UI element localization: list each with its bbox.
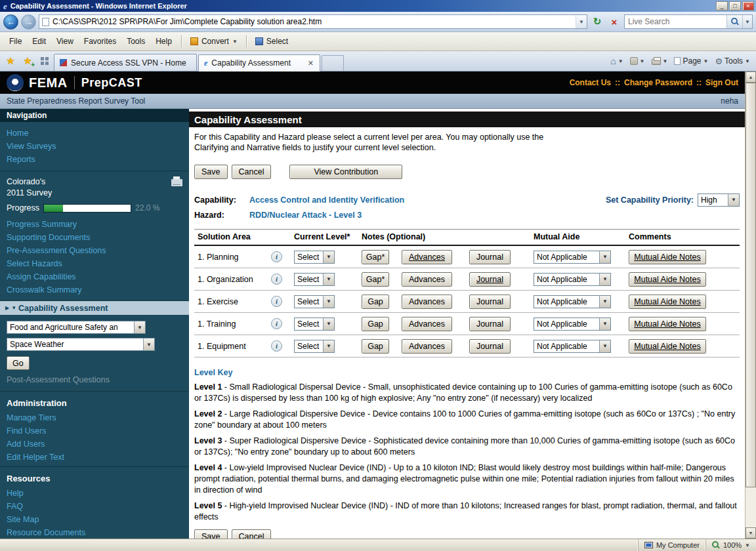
feeds-icon[interactable]: ▼ xyxy=(628,56,647,66)
advances-button[interactable]: Advances xyxy=(402,317,452,331)
mutual-aide-notes-button[interactable]: Mutual Aide Notes xyxy=(629,317,706,331)
go-button[interactable]: Go xyxy=(7,356,30,370)
cancel-button[interactable]: Cancel xyxy=(232,165,272,179)
sign-out-link[interactable]: Sign Out xyxy=(705,78,738,87)
sidebar-item-edit-helper-text[interactable]: Edit Helper Text xyxy=(7,451,182,464)
mutual-aide-notes-button[interactable]: Mutual Aide Notes xyxy=(629,272,706,287)
mutual-aide-notes-button[interactable]: Mutual Aide Notes xyxy=(629,250,706,264)
sidebar-item-add-users[interactable]: Add Users xyxy=(7,438,182,451)
journal-button[interactable]: Journal xyxy=(469,272,511,287)
mutual-aide-notes-button[interactable]: Mutual Aide Notes xyxy=(629,339,706,354)
advances-button[interactable]: Advances xyxy=(402,295,452,309)
sidebar-item-supporting-documents[interactable]: Supporting Documents xyxy=(7,231,182,244)
search-input[interactable] xyxy=(625,17,726,26)
current-level-select[interactable]: Select▼ xyxy=(294,251,335,264)
scrollbar-thumb[interactable] xyxy=(746,83,756,487)
sidebar-item-home[interactable]: Home xyxy=(7,127,182,140)
back-button[interactable]: ← xyxy=(3,14,18,30)
sidebar-item-resource-documents[interactable]: Resource Documents xyxy=(7,526,182,539)
scroll-down-icon[interactable]: ▼ xyxy=(746,527,756,539)
tab-ssl-vpn[interactable]: Secure Access SSL VPN - Home xyxy=(54,54,197,71)
gap-button[interactable]: Gap xyxy=(362,317,389,331)
hazard-select[interactable]: Space Weather ▼ xyxy=(7,338,155,351)
sidebar-item-capability-assessment-active[interactable]: ▶ ▼ Capability Assessment xyxy=(0,301,189,315)
address-dropdown-icon[interactable]: ▼ xyxy=(576,15,587,28)
tab-capability-assessment[interactable]: e Capability Assessment ✕ xyxy=(198,54,320,71)
search-icon[interactable] xyxy=(726,15,742,28)
quick-tabs-icon[interactable] xyxy=(37,53,52,69)
sidebar-item-crosswalk-summary[interactable]: Crosswalk Summary xyxy=(7,283,182,296)
tab-close-icon[interactable]: ✕ xyxy=(307,59,314,68)
sidebar-item-site-map[interactable]: Site Map xyxy=(7,513,182,526)
vertical-scrollbar[interactable]: ▲ ▼ xyxy=(745,71,756,539)
close-button[interactable]: × xyxy=(742,1,754,10)
menu-tools[interactable]: Tools xyxy=(121,35,150,48)
forward-button[interactable]: → xyxy=(21,14,36,30)
mutual-aide-notes-button[interactable]: Mutual Aide Notes xyxy=(629,295,706,309)
convert-button[interactable]: Convert ▼ xyxy=(186,35,242,47)
capability-value-link[interactable]: Access Control and Identity Verification xyxy=(249,195,404,205)
scroll-up-icon[interactable]: ▲ xyxy=(746,71,756,83)
mutual-aide-select[interactable]: Not Applicable▼ xyxy=(534,295,611,308)
current-level-select[interactable]: Select▼ xyxy=(294,340,335,353)
current-level-select[interactable]: Select▼ xyxy=(294,317,335,331)
hazard-value-link[interactable]: RDD/Nuclear Attack - Level 3 xyxy=(249,211,362,220)
print-icon[interactable]: ▼ xyxy=(650,56,670,66)
journal-button[interactable]: Journal xyxy=(469,339,511,354)
minimize-button[interactable]: _ xyxy=(716,1,728,10)
gap-button[interactable]: Gap xyxy=(362,339,389,354)
contact-us-link[interactable]: Contact Us xyxy=(570,78,611,87)
cancel-button-bottom[interactable]: Cancel xyxy=(232,529,272,539)
advances-button[interactable]: Advances xyxy=(402,250,452,264)
info-icon[interactable]: i xyxy=(271,340,282,352)
sidebar-item-pre-assessment-questions[interactable]: Pre-Assessment Questions xyxy=(7,244,182,257)
sidebar-item-find-users[interactable]: Find Users xyxy=(7,424,182,438)
tools-menu-button[interactable]: ⚙Tools▼ xyxy=(713,55,752,67)
gap-button[interactable]: Gap* xyxy=(362,250,389,264)
mutual-aide-select[interactable]: Not Applicable▼ xyxy=(534,273,611,286)
new-tab-stub[interactable] xyxy=(322,55,344,71)
stop-button[interactable]: × xyxy=(607,14,621,29)
sidebar-item-assign-capabilities[interactable]: Assign Capabilities xyxy=(7,270,182,283)
scrollbar-track[interactable] xyxy=(746,83,756,527)
change-password-link[interactable]: Change Password xyxy=(624,78,692,87)
save-button-bottom[interactable]: Save xyxy=(194,529,228,539)
journal-button[interactable]: Journal xyxy=(469,295,511,309)
sidebar-item-select-hazards[interactable]: Select Hazards xyxy=(7,257,182,270)
menu-view[interactable]: View xyxy=(51,35,79,48)
select-button[interactable]: Select xyxy=(251,35,293,47)
address-input[interactable]: C:\CAS\SPR\2012 SPR\PRA\For Jim\Complete… xyxy=(39,14,587,29)
capability-select[interactable]: Food and Agriculture Safety an ▼ xyxy=(7,321,146,334)
url-text[interactable]: C:\CAS\SPR\2012 SPR\PRA\For Jim\Complete… xyxy=(52,17,576,26)
sidebar-item-manage-tiers[interactable]: Manage Tiers xyxy=(7,411,182,424)
menu-favorites[interactable]: Favorites xyxy=(79,35,121,48)
sidebar-item-progress-summary[interactable]: Progress Summary xyxy=(7,218,182,231)
info-icon[interactable]: i xyxy=(271,318,282,329)
sidebar-item-view-surveys[interactable]: View Surveys xyxy=(7,140,182,153)
priority-select[interactable]: High ▼ xyxy=(698,194,740,207)
gap-button[interactable]: Gap* xyxy=(362,272,389,287)
zoom-control[interactable]: 100% ▼ xyxy=(705,539,756,551)
page-menu-button[interactable]: Page▼ xyxy=(672,55,710,67)
mutual-aide-select[interactable]: Not Applicable▼ xyxy=(534,251,611,264)
save-button[interactable]: Save xyxy=(194,165,228,179)
refresh-button[interactable]: ↻ xyxy=(590,14,604,29)
journal-button[interactable]: Journal xyxy=(469,317,511,331)
mutual-aide-select[interactable]: Not Applicable▼ xyxy=(534,340,611,353)
advances-button[interactable]: Advances xyxy=(402,339,452,354)
sidebar-item-reports[interactable]: Reports xyxy=(7,153,182,166)
journal-button[interactable]: Journal xyxy=(469,250,511,264)
current-level-select[interactable]: Select▼ xyxy=(294,295,335,308)
menu-edit[interactable]: Edit xyxy=(27,35,51,48)
home-icon[interactable]: ⌂▼ xyxy=(608,54,625,68)
current-level-select[interactable]: Select▼ xyxy=(294,273,335,286)
gap-button[interactable]: Gap xyxy=(362,295,389,309)
maximize-button[interactable]: □ xyxy=(729,1,741,10)
info-icon[interactable]: i xyxy=(271,251,282,262)
view-contribution-button[interactable]: View Contribution xyxy=(289,165,402,179)
menu-file[interactable]: File xyxy=(4,35,27,48)
info-icon[interactable]: i xyxy=(271,274,282,285)
info-icon[interactable]: i xyxy=(271,296,282,307)
print-survey-icon[interactable] xyxy=(171,179,182,186)
menu-help[interactable]: Help xyxy=(150,35,177,48)
